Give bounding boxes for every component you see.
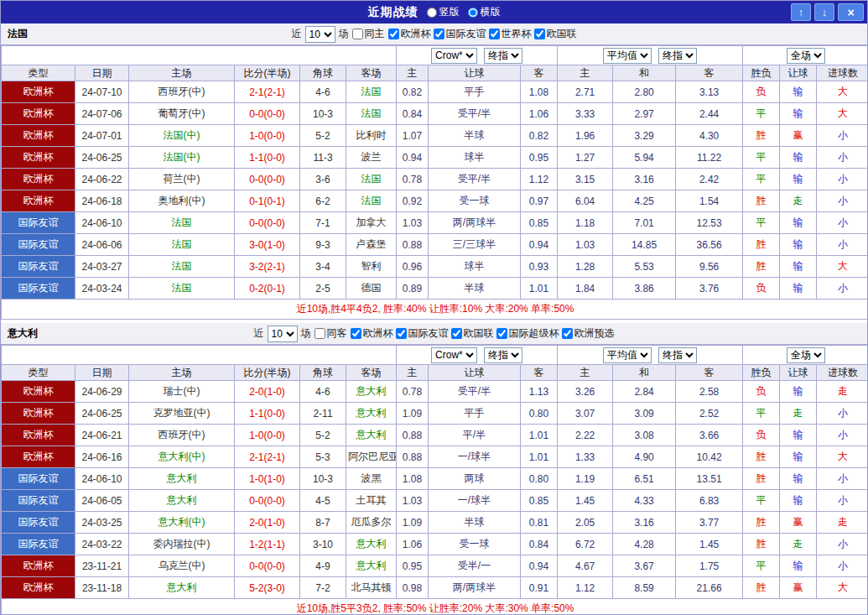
horizontal-layout-radio[interactable]	[468, 8, 478, 18]
summary-text: 近10场,胜4平4负2, 胜率:40% 让胜率:10% 大率:20% 单率:50…	[2, 300, 868, 320]
league-filter[interactable]: 国际友谊	[396, 326, 449, 341]
avg-away-odds: 2.52	[676, 403, 743, 425]
avg-home-odds: 1.19	[558, 468, 613, 490]
match-date: 24-06-10	[75, 212, 129, 234]
league-filter[interactable]: 欧国联	[534, 27, 577, 41]
recent-count-select[interactable]: 10	[268, 326, 298, 342]
away-team: 厄瓜多尔	[346, 512, 397, 534]
same-side-filter[interactable]: 同客	[314, 326, 347, 341]
match-type: 欧洲杯	[2, 169, 75, 190]
avg-away-odds: 13.51	[676, 468, 743, 490]
vertical-layout-radio-label[interactable]: 竖版	[427, 5, 460, 19]
handicap-home-odds: 1.09	[397, 403, 429, 425]
result-outcome: 负	[743, 81, 780, 103]
score-halftime: 0-0(0-0)	[235, 490, 300, 512]
handicap-line: 平手	[429, 81, 521, 103]
match-row: 欧洲杯24-06-25法国(中)1-1(0-0)11-3波兰0.94球半0.95…	[2, 147, 868, 169]
scroll-up-button[interactable]: ↑	[791, 3, 811, 21]
column-header: 让球	[780, 65, 817, 81]
average-final-select[interactable]: 终指	[658, 48, 697, 64]
score-halftime: 0-1(0-1)	[235, 190, 300, 212]
vertical-layout-radio[interactable]	[427, 8, 437, 18]
league-checkbox[interactable]	[388, 29, 399, 39]
scope-dropdown-cell: 全场	[743, 346, 868, 365]
avg-draw-odds: 8.59	[613, 577, 676, 599]
avg-draw-odds: 3.16	[613, 512, 676, 534]
avg-away-odds: 4.30	[676, 125, 743, 147]
result-goals: 小	[817, 234, 868, 256]
handicap-line: 受平/半	[429, 103, 521, 125]
league-filter[interactable]: 欧洲预选	[562, 326, 615, 341]
team-section-france: 法国 近 10 场 同主 欧洲杯国际友谊世界杯欧国联	[1, 23, 867, 320]
recent-count-select[interactable]: 10	[305, 26, 335, 43]
avg-home-odds: 1.28	[558, 256, 613, 278]
league-checkbox[interactable]	[396, 328, 407, 339]
bookmaker-final-select[interactable]: 终指	[484, 347, 522, 363]
league-checkbox[interactable]	[489, 29, 500, 39]
handicap-line: 半球	[429, 278, 521, 300]
handicap-home-odds: 1.03	[397, 212, 429, 234]
league-checkbox[interactable]	[434, 29, 444, 39]
same-side-checkbox[interactable]	[314, 328, 325, 339]
average-select[interactable]: 平均值	[603, 48, 652, 64]
match-type: 国际友谊	[2, 256, 75, 278]
close-button[interactable]: ×	[838, 3, 864, 21]
corners: 6-2	[300, 190, 346, 212]
same-side-checkbox[interactable]	[352, 29, 363, 39]
handicap-line: 一/球半	[429, 446, 521, 468]
bookmaker-final-select[interactable]: 终指	[484, 48, 522, 64]
titlebar-buttons: ↑ ↓ ×	[791, 3, 864, 21]
avg-home-odds: 1.33	[558, 446, 613, 468]
handicap-away-odds: 0.85	[521, 212, 558, 234]
score-halftime: 1-2(1-1)	[235, 534, 300, 555]
league-checkbox[interactable]	[562, 328, 573, 339]
scope-select[interactable]: 全场	[787, 347, 825, 363]
handicap-away-odds: 1.13	[521, 381, 558, 403]
recent-prefix-label: 近	[292, 27, 302, 41]
home-team: 法国	[129, 256, 235, 278]
scope-select[interactable]: 全场	[787, 48, 825, 64]
bookmaker-dropdown-cell: Crow*终指	[397, 46, 558, 65]
corners: 5-2	[300, 425, 346, 446]
horizontal-layout-radio-label[interactable]: 横版	[468, 5, 501, 19]
scroll-down-button[interactable]: ↓	[814, 3, 834, 21]
league-checkbox[interactable]	[451, 328, 462, 339]
result-handicap: 输	[780, 256, 817, 278]
bookmaker-select[interactable]: Crow*	[431, 48, 477, 64]
result-handicap: 输	[780, 81, 817, 103]
avg-draw-odds: 4.25	[613, 190, 676, 212]
home-team: 西班牙(中)	[129, 425, 235, 446]
corners: 4-6	[300, 381, 346, 403]
result-outcome: 负	[743, 278, 780, 300]
score-halftime: 2-0(1-0)	[235, 512, 300, 534]
league-filter[interactable]: 国际超级杯	[496, 326, 559, 341]
match-type: 欧洲杯	[2, 577, 75, 599]
column-header: 主	[397, 65, 429, 81]
away-team: 意大利	[346, 425, 397, 446]
match-type: 国际友谊	[2, 278, 75, 300]
handicap-home-odds: 0.98	[397, 577, 429, 599]
bookmaker-select[interactable]: Crow*	[431, 347, 477, 363]
result-handicap: 输	[780, 555, 817, 577]
league-filter[interactable]: 欧洲杯	[351, 326, 393, 341]
league-checkbox[interactable]	[534, 29, 545, 39]
league-filter[interactable]: 欧国联	[451, 326, 494, 341]
league-filter[interactable]: 国际友谊	[434, 27, 486, 41]
league-checkbox[interactable]	[496, 328, 507, 339]
result-handicap: 输	[780, 212, 817, 234]
column-header: 让球	[429, 365, 521, 381]
result-goals: 大	[817, 81, 868, 103]
home-team: 意大利(中)	[129, 512, 235, 534]
away-team: 意大利	[346, 403, 397, 425]
corners: 7-1	[300, 212, 346, 234]
column-header: 进球数	[817, 65, 868, 81]
league-filter[interactable]: 世界杯	[489, 27, 532, 41]
same-side-filter[interactable]: 同主	[352, 27, 385, 41]
league-filter[interactable]: 欧洲杯	[388, 27, 431, 41]
average-final-select[interactable]: 终指	[658, 347, 697, 363]
match-type: 欧洲杯	[2, 190, 75, 212]
avg-away-odds: 1.54	[676, 190, 743, 212]
average-select[interactable]: 平均值	[603, 347, 652, 363]
match-row: 欧洲杯24-06-29瑞士(中)2-0(1-0)4-6意大利0.78受平/半1.…	[2, 381, 868, 403]
league-checkbox[interactable]	[351, 328, 361, 339]
